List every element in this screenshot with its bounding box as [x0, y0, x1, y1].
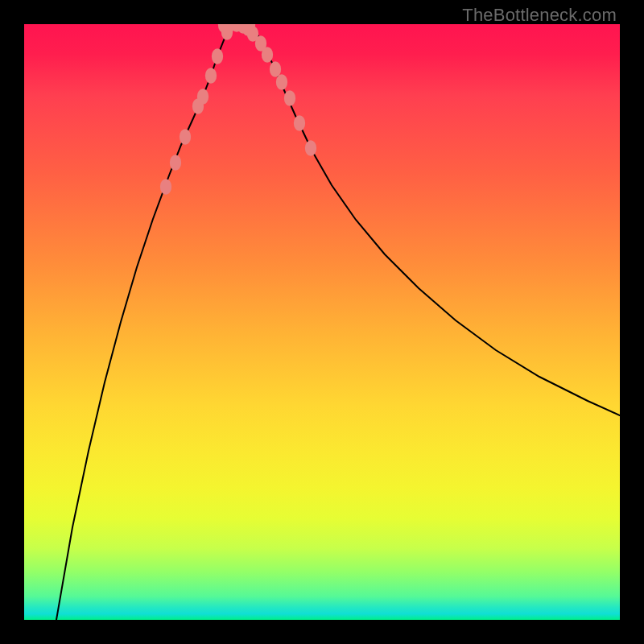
right-markers-point: [262, 47, 273, 63]
bottom-markers-point: [218, 24, 229, 33]
left-markers-point: [197, 89, 208, 105]
right-curve: [251, 24, 620, 415]
right-markers-point: [270, 61, 281, 77]
bottom-markers-point: [237, 24, 249, 32]
right-markers-point: [284, 90, 295, 106]
bottom-markers-point: [231, 24, 242, 32]
left-markers-point: [212, 48, 223, 64]
left-markers-point: [170, 155, 181, 171]
right-markers-point: [276, 74, 287, 90]
right-markers-point: [237, 24, 249, 34]
right-markers-point: [255, 35, 266, 52]
chart-container: TheBottleneck.com: [0, 0, 644, 644]
right-markers-point: [242, 24, 254, 36]
right-markers-point: [294, 115, 305, 131]
left-markers-point: [205, 68, 217, 84]
left-markers-point: [180, 129, 191, 145]
left-markers-point: [221, 24, 233, 40]
watermark-text: TheBottleneck.com: [462, 5, 617, 26]
right-markers-point: [247, 26, 258, 42]
left-curve: [56, 24, 232, 620]
curves-svg: [24, 24, 620, 620]
bottom-markers-point: [244, 24, 255, 33]
bottom-markers-point: [225, 24, 236, 32]
left-markers-point: [192, 98, 204, 114]
plot-area: [24, 24, 620, 620]
right-markers-point: [305, 140, 316, 156]
left-markers-point: [160, 179, 171, 195]
